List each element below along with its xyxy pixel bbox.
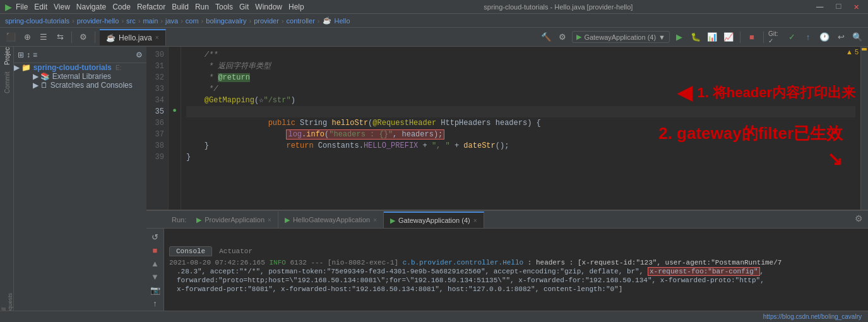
annotation-1-text: 1. 将header内容打印出来 xyxy=(697,83,855,102)
bc-project[interactable]: spring-cloud-tutorials xyxy=(5,17,69,25)
stop-run-button[interactable]: ■ xyxy=(149,244,162,256)
commit-panel-icon[interactable]: Commit xyxy=(1,77,13,88)
project-panel-icon[interactable]: Project xyxy=(1,49,13,61)
scratches-item[interactable]: ▶ 🗒 Scratches and Consoles xyxy=(14,81,146,90)
project-name: spring-cloud-tutorials xyxy=(33,63,112,72)
search-button[interactable]: 🔍 xyxy=(850,30,864,44)
warning-count: ▲ 5 xyxy=(846,48,859,56)
bc-java[interactable]: java xyxy=(165,17,178,25)
time-button[interactable]: 🕐 xyxy=(817,30,831,44)
hellogateway-tab-close[interactable]: × xyxy=(373,217,377,224)
code-line-31: * 返回字符串类型 xyxy=(186,61,855,72)
rerun-button[interactable]: ↺ xyxy=(149,231,162,242)
toolbar-divider-1 xyxy=(71,32,72,43)
coverage-button[interactable]: 📊 xyxy=(705,30,719,44)
log-highlight-foo: x-request-foo:"bar-config" xyxy=(648,267,760,276)
left-strip: Project Commit Pull Requests xyxy=(0,47,14,311)
menu-code[interactable]: Code xyxy=(112,3,131,11)
menu-build[interactable]: Build xyxy=(172,3,189,11)
toolbar-divider-3 xyxy=(740,32,740,43)
toolbar-arrow[interactable]: ⇆ xyxy=(53,30,67,44)
dropdown-arrow: ▼ xyxy=(658,33,665,41)
toolbar-back[interactable]: ⬛ xyxy=(4,30,18,44)
arrow-down-icon: ↘ xyxy=(827,148,843,169)
right-margin xyxy=(860,47,868,210)
provider-tab-close[interactable]: × xyxy=(268,217,271,224)
blog-url[interactable]: https://blog.csdn.net/boling_cavalry xyxy=(763,313,862,320)
tab-close[interactable]: × xyxy=(155,34,159,41)
bottom-tab-provider[interactable]: ▶ ProviderApplication × xyxy=(190,212,278,228)
bottom-tabs-wrapper: Run: ▶ ProviderApplication × ▶ HelloGate… xyxy=(146,211,868,229)
menu-refactor[interactable]: Refactor xyxy=(137,3,165,11)
toolbar-divider-4 xyxy=(763,32,764,43)
bc-src[interactable]: src xyxy=(126,17,136,25)
hellogateway-run-icon: ▶ xyxy=(285,216,290,224)
actuator-tab[interactable]: Actuator xyxy=(212,246,259,256)
bc-module[interactable]: provider-hello xyxy=(77,17,119,25)
undo-button[interactable]: ↩ xyxy=(834,30,848,44)
external-libraries-item[interactable]: ▶ 📚 External Libraries xyxy=(14,72,146,81)
scroll-top-button[interactable]: ▲ xyxy=(149,258,162,269)
run-label: Run: xyxy=(172,216,186,224)
toolbar-run-config-icon[interactable]: ⚙ xyxy=(556,30,569,44)
menu-view[interactable]: View xyxy=(54,3,70,11)
camera-button[interactable]: 📷 xyxy=(149,285,162,296)
run-icon: ▶ xyxy=(576,33,581,41)
up-button[interactable]: ↑ xyxy=(149,298,162,309)
run-button[interactable]: ▶ xyxy=(672,30,686,44)
debug-button[interactable]: 🐛 xyxy=(689,30,703,44)
menu-file[interactable]: File xyxy=(16,3,28,11)
chevron-down-icon: ▶ xyxy=(14,63,20,72)
arrow-left-icon: ◀ xyxy=(677,81,692,104)
code-editor[interactable]: 30 31 32 33 34 35 36 37 38 39 xyxy=(146,47,868,210)
bc-boling[interactable]: bolingcavalry xyxy=(206,17,246,25)
menu-run[interactable]: Run xyxy=(195,3,209,11)
run-config-dropdown[interactable]: ▶ GatewayApplication (4) ▼ xyxy=(572,31,670,43)
menu-edit[interactable]: Edit xyxy=(34,3,47,11)
toolbar-recent[interactable]: ⊕ xyxy=(20,30,34,44)
console-content: Console Actuator 2021-08-20 07:42:26.165… xyxy=(164,244,868,297)
sidebar-sync-icon[interactable]: ↕ xyxy=(27,51,30,59)
app-logo: ▶ xyxy=(5,2,12,12)
line-num-35: 35 xyxy=(146,106,168,117)
close-button[interactable]: × xyxy=(850,1,863,13)
bc-controller[interactable]: controller xyxy=(287,17,315,25)
toolbar-list[interactable]: ☰ xyxy=(37,30,51,44)
bc-com[interactable]: com xyxy=(186,17,199,25)
push-button[interactable]: ↑ xyxy=(801,30,815,44)
gutter: ● xyxy=(169,47,181,210)
log-thread: --- [nio-8082-exec-1] xyxy=(311,259,398,266)
sidebar-collapse-icon[interactable]: ≡ xyxy=(33,51,37,59)
checkmark-button[interactable]: ✓ xyxy=(785,30,799,44)
profile-button[interactable]: 📈 xyxy=(722,30,735,44)
bottom-tab-hellogateway[interactable]: ▶ HelloGatewayApplication × xyxy=(278,212,384,228)
bottom-tab-gateway[interactable]: ▶ GatewayApplication (4) × xyxy=(384,212,484,228)
scroll-end-button[interactable]: ▼ xyxy=(149,271,162,283)
sidebar-settings-icon[interactable]: ⚙ xyxy=(136,51,143,59)
maximize-button[interactable]: □ xyxy=(832,1,845,13)
bc-class[interactable]: Hello xyxy=(335,17,350,25)
git-button[interactable]: Git: ✓ xyxy=(768,30,782,44)
bc-main[interactable]: main xyxy=(143,17,158,25)
menu-help[interactable]: Help xyxy=(288,3,304,11)
menu-tools[interactable]: Tools xyxy=(215,3,233,11)
gateway-tab-close[interactable]: × xyxy=(473,217,477,224)
minimize-button[interactable]: ─ xyxy=(812,1,827,13)
toolbar-build[interactable]: 🔨 xyxy=(539,30,553,44)
provider-run-icon: ▶ xyxy=(196,216,201,224)
project-root-item[interactable]: ▶ 📁 spring-cloud-tutorials E: xyxy=(14,63,146,72)
menu-navigate[interactable]: Navigate xyxy=(76,3,106,11)
pull-requests-icon[interactable]: Pull Requests xyxy=(1,299,13,311)
gateway-run-icon: ▶ xyxy=(390,217,395,225)
toolbar-settings[interactable]: ⚙ xyxy=(76,30,90,44)
file-tab-hello[interactable]: ☕ Hello.java × xyxy=(100,29,166,45)
sidebar-layout-icon[interactable]: ⊞ xyxy=(18,51,24,59)
stop-button[interactable]: ■ xyxy=(745,30,759,44)
bottom-gear-icon[interactable]: ⚙ xyxy=(855,213,863,224)
menu-window[interactable]: Window xyxy=(255,3,282,11)
menu-git[interactable]: Git xyxy=(239,3,249,11)
console-tab[interactable]: Console xyxy=(169,246,212,256)
editor-pane: 30 31 32 33 34 35 36 37 38 39 xyxy=(146,47,868,311)
bc-provider[interactable]: provider xyxy=(254,17,279,25)
log-class: c.b.provider.controller.Hello xyxy=(403,259,523,266)
